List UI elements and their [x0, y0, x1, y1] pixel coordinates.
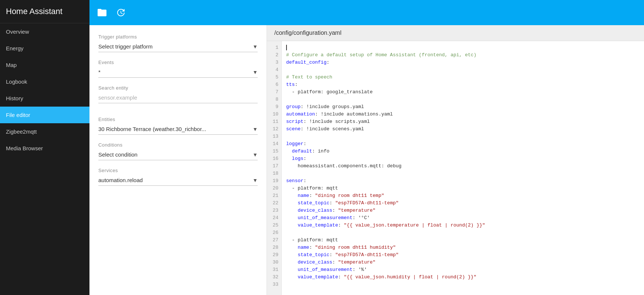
services-value: automation.reload: [98, 177, 143, 183]
chevron-down-icon: ▼: [252, 126, 258, 132]
sidebar-item-label: Media Browser: [6, 145, 43, 151]
chevron-down-icon: ▼: [252, 44, 258, 50]
code-line: group: !include groups.yaml: [286, 103, 640, 111]
code-line: # Text to speech: [286, 74, 640, 81]
code-content[interactable]: # Configure a default setup of Home Assi…: [282, 41, 644, 295]
code-line: value_template: "{{ value_json.temperatu…: [286, 222, 640, 229]
sidebar-item-label: Overview: [6, 29, 29, 35]
sidebar-item-logbook[interactable]: Logbook: [0, 73, 89, 90]
code-line: [286, 170, 640, 177]
content-area: Trigger platforms Select trigger platfor…: [89, 25, 644, 295]
code-line: tts:: [286, 81, 640, 88]
code-line: default: info: [286, 148, 640, 155]
conditions-select[interactable]: Select condition ▼: [98, 151, 258, 160]
sidebar-item-history[interactable]: History: [0, 90, 89, 107]
sidebar-item-media-browser[interactable]: Media Browser: [0, 140, 89, 157]
events-select[interactable]: * ▼: [98, 69, 258, 78]
events-value: *: [98, 69, 101, 75]
code-line: [286, 44, 640, 51]
entities-select[interactable]: 30 Richborne Terrace (weather.30_richbor…: [98, 126, 258, 135]
history-icon[interactable]: [116, 8, 126, 17]
code-line: # Configure a default setup of Home Assi…: [286, 51, 640, 59]
left-panel: Trigger platforms Select trigger platfor…: [89, 25, 267, 295]
search-entity-input[interactable]: [98, 94, 258, 103]
trigger-platform-select[interactable]: Select trigger platform ▼: [98, 43, 258, 52]
entities-label: Entities: [98, 117, 258, 122]
code-line: - platform: mqtt: [286, 185, 640, 192]
line-numbers: 1234567891011121314151617181920212223242…: [267, 41, 282, 295]
code-line: logs:: [286, 155, 640, 162]
code-line: logger:: [286, 140, 640, 148]
conditions-label: Conditions: [98, 142, 258, 148]
code-line: [286, 96, 640, 103]
code-line: unit_of_measurement: '°C': [286, 214, 640, 222]
folder-icon[interactable]: [97, 8, 107, 17]
events-section: Events * ▼: [98, 60, 258, 78]
events-label: Events: [98, 60, 258, 65]
topbar: [89, 0, 644, 25]
entities-value: 30 Richborne Terrace (weather.30_richbor…: [98, 126, 206, 132]
services-label: Services: [98, 168, 258, 173]
chevron-down-icon: ▼: [252, 177, 258, 183]
chevron-down-icon: ▼: [252, 152, 258, 158]
code-line: automation: !include automations.yaml: [286, 111, 640, 118]
services-section: Services automation.reload ▼: [98, 168, 258, 186]
code-line: [286, 133, 640, 140]
entities-section: Entities 30 Richborne Terrace (weather.3…: [98, 117, 258, 135]
sidebar-item-energy[interactable]: Energy: [0, 40, 89, 57]
services-select[interactable]: automation.reload ▼: [98, 177, 258, 186]
code-line: scene: !include scenes.yaml: [286, 125, 640, 133]
code-line: - platform: mqtt: [286, 237, 640, 244]
conditions-value: Select condition: [98, 151, 138, 158]
trigger-platforms-label: Trigger platforms: [98, 34, 258, 40]
code-line: [286, 229, 640, 237]
code-line: name: "dining room dht11 humidity": [286, 244, 640, 251]
code-line: name: "dining room dht11 temp": [286, 192, 640, 200]
sidebar-item-file-editor[interactable]: File editor: [0, 107, 89, 123]
search-entity-section: Search entity: [98, 85, 258, 111]
trigger-platform-value: Select trigger platform: [98, 43, 153, 50]
code-line: sensor:: [286, 177, 640, 185]
sidebar-item-label: Energy: [6, 45, 24, 51]
sidebar-item-zigbee2mqtt[interactable]: Zigbee2mqtt: [0, 123, 89, 140]
code-editor[interactable]: 1234567891011121314151617181920212223242…: [267, 41, 644, 295]
sidebar-item-label: File editor: [6, 112, 30, 118]
sidebar-item-label: Zigbee2mqtt: [6, 128, 37, 135]
editor-title: /config/configuration.yaml: [267, 25, 644, 41]
code-line: unit_of_measurement: '%': [286, 266, 640, 274]
code-line: device_class: "temperature": [286, 259, 640, 266]
code-line: [286, 281, 640, 288]
sidebar: Home Assistant Overview Energy Map Logbo…: [0, 0, 89, 295]
right-panel: /config/configuration.yaml 1234567891011…: [267, 25, 644, 295]
sidebar-item-overview[interactable]: Overview: [0, 23, 89, 40]
code-line: state_topic: "esp7FD57A-dht11-temp": [286, 251, 640, 259]
code-line: - platform: google_translate: [286, 88, 640, 96]
code-line: state_topic: "esp7FD57A-dht11-temp": [286, 200, 640, 207]
code-line: [286, 66, 640, 74]
sidebar-item-label: History: [6, 95, 23, 101]
sidebar-item-label: Logbook: [6, 78, 27, 85]
code-line: default_config:: [286, 59, 640, 66]
conditions-section: Conditions Select condition ▼: [98, 142, 258, 160]
trigger-platforms-section: Trigger platforms Select trigger platfor…: [98, 34, 258, 52]
main-area: Trigger platforms Select trigger platfor…: [89, 0, 644, 295]
code-line: script: !include scripts.yaml: [286, 118, 640, 125]
code-line: value_template: "{{ value_json.humidity …: [286, 274, 640, 281]
code-line: homeassistant.components.mqtt: debug: [286, 162, 640, 170]
sidebar-item-label: Map: [6, 62, 17, 68]
chevron-down-icon: ▼: [252, 69, 258, 75]
sidebar-item-map[interactable]: Map: [0, 57, 89, 73]
app-title: Home Assistant: [0, 0, 89, 23]
code-line: device_class: "temperature": [286, 207, 640, 214]
search-entity-label: Search entity: [98, 85, 258, 91]
